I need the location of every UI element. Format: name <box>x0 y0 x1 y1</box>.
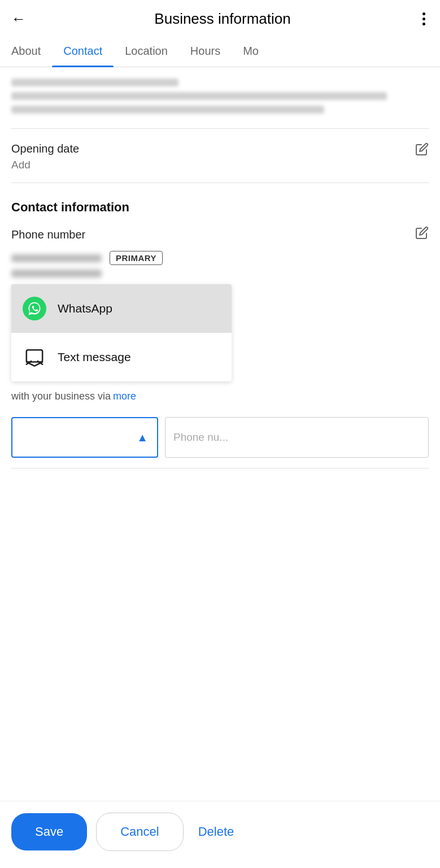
opening-date-section: Opening date Add <box>11 129 429 183</box>
chevron-up-icon: ▲ <box>137 431 148 444</box>
text-message-option[interactable]: Text message <box>11 333 232 381</box>
whatsapp-option[interactable]: WhatsApp <box>11 284 232 333</box>
phone-numbers-list: PRIMARY <box>11 251 429 277</box>
primary-badge: PRIMARY <box>110 251 163 265</box>
contact-via-text: with your business via <box>11 390 111 402</box>
svg-rect-0 <box>27 350 42 362</box>
back-button[interactable]: ← <box>11 10 26 28</box>
opening-date-label: Opening date <box>11 142 79 155</box>
blurred-line-2 <box>11 92 387 100</box>
more-link[interactable]: more <box>113 390 136 402</box>
phone-number-blurred-1 <box>11 254 102 262</box>
phone-number-input[interactable]: Phone nu... <box>165 417 429 458</box>
phone-number-blurred-2 <box>11 270 102 277</box>
phone-entry-secondary <box>11 270 429 277</box>
tab-contact[interactable]: Contact <box>52 36 114 67</box>
whatsapp-label: WhatsApp <box>58 302 112 315</box>
contact-via-row: with your business via more <box>11 381 429 408</box>
delete-button[interactable]: Delete <box>193 813 240 850</box>
phone-number-label: Phone number <box>11 228 85 241</box>
whatsapp-icon <box>23 297 46 320</box>
text-message-label: Text message <box>58 350 131 364</box>
phone-number-section: Phone number PRIMARY <box>11 226 429 468</box>
tab-more[interactable]: Mo <box>232 36 270 67</box>
phone-entry-primary: PRIMARY <box>11 251 429 265</box>
sms-icon <box>23 345 46 369</box>
bottom-action-bar: Save Cancel Delete <box>0 801 440 868</box>
opening-date-value: Add <box>11 159 79 171</box>
opening-date-info: Opening date Add <box>11 142 79 171</box>
more-menu-button[interactable] <box>419 10 429 28</box>
save-button[interactable]: Save <box>11 813 87 850</box>
header: ← Business information <box>0 0 440 36</box>
add-phone-row: ▲ Phone nu... <box>11 417 429 458</box>
page-title: Business information <box>154 10 290 28</box>
tab-location[interactable]: Location <box>114 36 179 67</box>
dot-icon <box>422 23 425 25</box>
opening-date-edit-icon[interactable] <box>415 142 429 159</box>
dot-icon <box>422 12 425 15</box>
blurred-line-1 <box>11 79 178 86</box>
blurred-line-3 <box>11 106 324 114</box>
country-code-select[interactable]: ▲ <box>11 417 158 458</box>
cancel-button[interactable]: Cancel <box>96 813 183 851</box>
messaging-dropdown: WhatsApp Text message <box>11 284 232 381</box>
dot-icon <box>422 18 425 20</box>
phone-input-placeholder: Phone nu... <box>173 431 228 444</box>
tab-about[interactable]: About <box>0 36 52 67</box>
phone-number-row: Phone number <box>11 226 429 243</box>
blurred-description-section <box>11 67 429 129</box>
tabs-bar: About Contact Location Hours Mo <box>0 36 440 67</box>
phone-edit-icon[interactable] <box>415 226 429 243</box>
main-content: Opening date Add Contact information Pho… <box>0 67 440 468</box>
contact-information-heading: Contact information <box>11 183 429 226</box>
tab-hours[interactable]: Hours <box>179 36 232 67</box>
